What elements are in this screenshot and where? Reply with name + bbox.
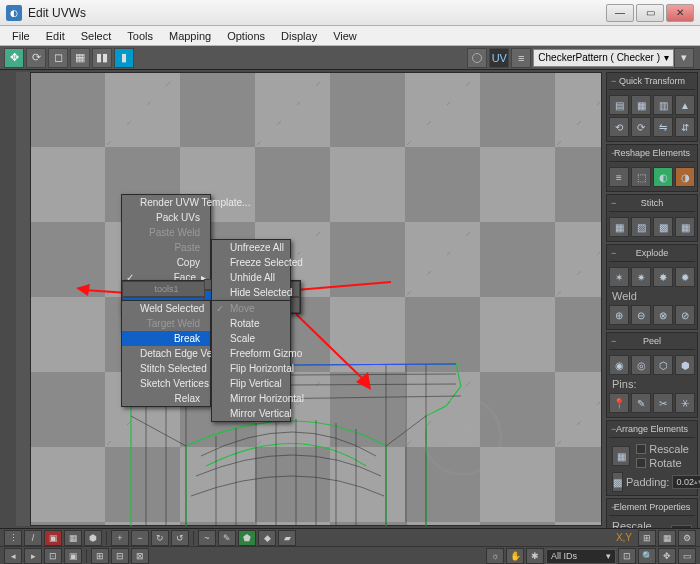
align-top-icon[interactable]: ▲ <box>675 95 695 115</box>
peel2-icon[interactable]: ◎ <box>631 355 651 375</box>
align-left-icon[interactable]: ▤ <box>609 95 629 115</box>
sel-face-button[interactable]: ▣ <box>44 530 62 546</box>
b2-1[interactable]: ◂ <box>4 548 22 564</box>
peel4-icon[interactable]: ⬢ <box>675 355 695 375</box>
peel3-icon[interactable]: ⬡ <box>653 355 673 375</box>
flip-v-icon[interactable]: ⇵ <box>675 117 695 137</box>
panel-title[interactable]: Stitch <box>609 197 695 212</box>
ctx-pack-uvs[interactable]: Pack UVs <box>122 210 210 225</box>
pin2-icon[interactable]: ✎ <box>631 393 651 413</box>
uv-viewport[interactable]: Render UVW Template... Pack UVs Paste We… <box>16 72 602 526</box>
weld1-icon[interactable]: ⊕ <box>609 305 629 325</box>
sel-vertex-button[interactable]: ⋮ <box>4 530 22 546</box>
rotate-cw-icon[interactable]: ⟳ <box>631 117 651 137</box>
light-icon[interactable]: ☼ <box>486 548 504 564</box>
ctx-rotate[interactable]: Rotate <box>212 316 290 331</box>
snap-button[interactable]: ⊞ <box>638 530 656 546</box>
stitch4-icon[interactable]: ▦ <box>675 217 695 237</box>
explode4-icon[interactable]: ✹ <box>675 267 695 287</box>
move-tool-button[interactable]: ✥ <box>4 48 24 68</box>
scale-tool-button[interactable]: ◻ <box>48 48 68 68</box>
zoom-button[interactable]: 🔍 <box>638 548 656 564</box>
panel-title[interactable]: Reshape Elements <box>609 147 695 162</box>
ctx-stitch-selected[interactable]: Stitch Selected <box>122 361 210 376</box>
pack-icon[interactable]: ▦ <box>612 446 630 466</box>
b2-5[interactable]: ⊞ <box>91 548 109 564</box>
ctx-flip-horizontal[interactable]: Flip Horizontal <box>212 361 290 376</box>
ctx-sketch-vertices[interactable]: Sketch Vertices <box>122 376 210 391</box>
sel-poly-button[interactable]: ⬢ <box>84 530 102 546</box>
menu-edit[interactable]: Edit <box>38 30 73 42</box>
ctx-weld-selected[interactable]: Weld Selected <box>122 301 210 316</box>
loop-button[interactable]: ↺ <box>171 530 189 546</box>
grid-button[interactable]: ▦ <box>658 530 676 546</box>
window-close-button[interactable]: ✕ <box>666 4 694 22</box>
rotate-ccw-icon[interactable]: ⟲ <box>609 117 629 137</box>
paint-button[interactable]: ✎ <box>218 530 236 546</box>
window-minimize-button[interactable]: — <box>606 4 634 22</box>
ctx-move[interactable]: Move <box>212 301 290 316</box>
ctx-flip-vertical[interactable]: Flip Vertical <box>212 376 290 391</box>
soft-button[interactable]: ~ <box>198 530 216 546</box>
b2-3[interactable]: ⊡ <box>44 548 62 564</box>
opts-button[interactable]: ⚙ <box>678 530 696 546</box>
explode3-icon[interactable]: ✸ <box>653 267 673 287</box>
sel-element-button[interactable]: ▦ <box>64 530 82 546</box>
padding-spinner[interactable]: 0.02 <box>672 475 700 489</box>
ctx-unfreeze-all[interactable]: Unfreeze All <box>212 240 290 255</box>
axis-toggle-button[interactable]: ▮ <box>114 48 134 68</box>
ctx-relax[interactable]: Relax <box>122 391 210 406</box>
sel-edge-button[interactable]: / <box>24 530 42 546</box>
ring-button[interactable]: ↻ <box>151 530 169 546</box>
peel1-icon[interactable]: ◉ <box>609 355 629 375</box>
b2-7[interactable]: ⊠ <box>131 548 149 564</box>
quad-tools1[interactable]: tools1 <box>122 281 211 297</box>
ctx-unhide-all[interactable]: Unhide All <box>212 270 290 285</box>
rotate-tool-button[interactable]: ⟳ <box>26 48 46 68</box>
grow-button[interactable]: + <box>111 530 129 546</box>
pack2-icon[interactable]: ▩ <box>612 472 623 492</box>
relax-icon[interactable]: ⬚ <box>631 167 651 187</box>
flip-h-icon[interactable]: ⇋ <box>653 117 673 137</box>
menu-select[interactable]: Select <box>73 30 120 42</box>
ids-dropdown[interactable]: All IDs <box>546 549 616 564</box>
menu-file[interactable]: File <box>4 30 38 42</box>
rescale-checkbox[interactable] <box>636 444 646 454</box>
brush3-button[interactable]: ▰ <box>278 530 296 546</box>
texture-dropdown[interactable]: CheckerPattern ( Checker ) <box>533 49 674 67</box>
explode2-icon[interactable]: ✷ <box>631 267 651 287</box>
magnify-icon[interactable] <box>467 48 487 68</box>
zoom-extents-button[interactable]: ⊡ <box>618 548 636 564</box>
brush2-button[interactable]: ◆ <box>258 530 276 546</box>
ctx-render-uvw[interactable]: Render UVW Template... <box>122 195 210 210</box>
pin3-icon[interactable]: ✂ <box>653 393 673 413</box>
ctx-scale[interactable]: Scale <box>212 331 290 346</box>
ctx-mirror-horizontal[interactable]: Mirror Horizontal <box>212 391 290 406</box>
pin4-icon[interactable]: ⚹ <box>675 393 695 413</box>
texture-options-button[interactable]: ▾ <box>674 48 694 68</box>
weld3-icon[interactable]: ⊗ <box>653 305 673 325</box>
brush-button[interactable]: ⬟ <box>238 530 256 546</box>
menu-view[interactable]: View <box>325 30 365 42</box>
shrink-button[interactable]: − <box>131 530 149 546</box>
ctx-break[interactable]: Break <box>122 331 210 346</box>
ctx-copy[interactable]: Copy <box>122 255 210 270</box>
menu-mapping[interactable]: Mapping <box>161 30 219 42</box>
ctx-freeze-selected[interactable]: Freeze Selected <box>212 255 290 270</box>
align-center-icon[interactable]: ▦ <box>631 95 651 115</box>
freeform-tool-button[interactable]: ▦ <box>70 48 90 68</box>
ctx-freeform-gizmo[interactable]: Freeform Gizmo <box>212 346 290 361</box>
explode1-icon[interactable]: ✶ <box>609 267 629 287</box>
weld2-icon[interactable]: ⊖ <box>631 305 651 325</box>
pin1-icon[interactable]: 📍 <box>609 393 629 413</box>
panel-title[interactable]: Explode <box>609 247 695 262</box>
menu-tools[interactable]: Tools <box>119 30 161 42</box>
menu-options[interactable]: Options <box>219 30 273 42</box>
b2-4[interactable]: ▣ <box>64 548 82 564</box>
weld4-icon[interactable]: ⊘ <box>675 305 695 325</box>
ctx-mirror-vertical[interactable]: Mirror Vertical <box>212 406 290 421</box>
reshape2-icon[interactable]: ◑ <box>675 167 695 187</box>
straighten-icon[interactable]: ≡ <box>609 167 629 187</box>
menu-display[interactable]: Display <box>273 30 325 42</box>
align-right-icon[interactable]: ▥ <box>653 95 673 115</box>
